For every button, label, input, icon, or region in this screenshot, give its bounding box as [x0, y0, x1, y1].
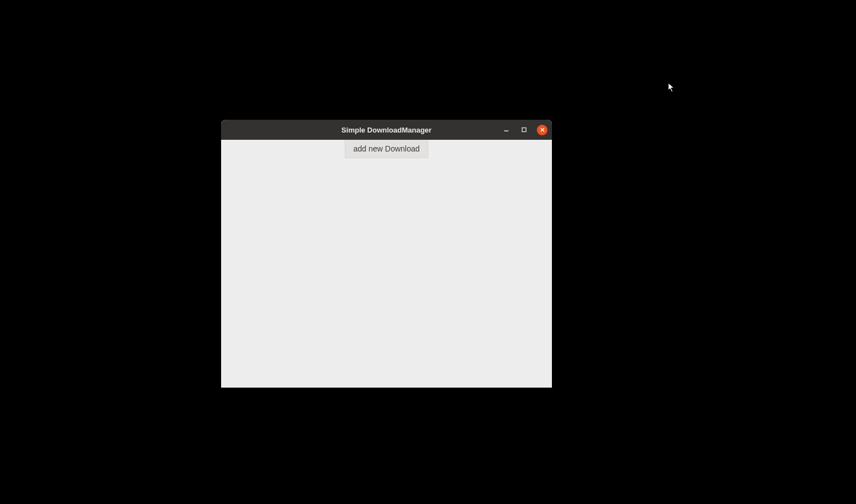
app-window: Simple DownloadManager add new Download: [221, 120, 552, 388]
close-button[interactable]: [537, 125, 547, 135]
minimize-button[interactable]: [501, 125, 511, 135]
minimize-icon: [503, 127, 509, 133]
titlebar[interactable]: Simple DownloadManager: [221, 120, 552, 140]
svg-rect-1: [522, 128, 526, 132]
add-download-button[interactable]: add new Download: [345, 140, 428, 158]
maximize-button[interactable]: [519, 125, 529, 135]
window-title: Simple DownloadManager: [341, 126, 432, 134]
window-body: add new Download: [221, 140, 552, 388]
mouse-cursor-icon: [668, 82, 676, 94]
window-controls: [501, 120, 547, 140]
maximize-icon: [521, 127, 527, 133]
close-icon: [540, 127, 545, 133]
